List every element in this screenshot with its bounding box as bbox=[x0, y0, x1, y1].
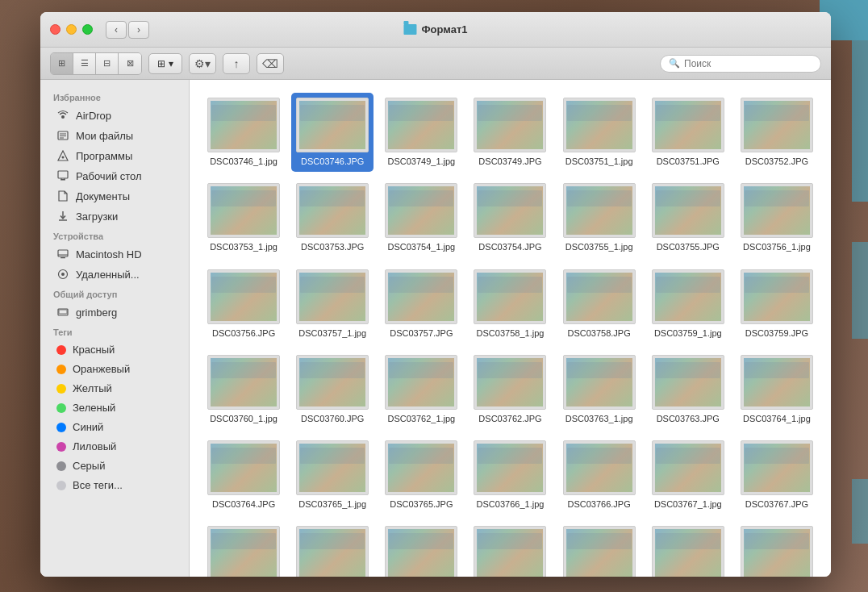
file-name: DSC03753_1.jpg bbox=[210, 241, 278, 252]
grid-view-button[interactable]: ⊞ bbox=[51, 53, 73, 74]
sidebar-item-tag-yellow[interactable]: Желтый bbox=[45, 379, 184, 398]
file-item[interactable]: DSC03769_1.jpg bbox=[380, 521, 462, 577]
column-view-button[interactable]: ⊟ bbox=[96, 53, 119, 74]
file-item[interactable]: DSC03760_1.jpg bbox=[202, 350, 285, 429]
sidebar-item-myfiles[interactable]: Мои файлы bbox=[45, 126, 184, 145]
file-item[interactable]: DSC03754_1.jpg bbox=[380, 178, 462, 257]
file-thumbnail bbox=[474, 98, 546, 152]
file-item[interactable]: DSC03756.JPG bbox=[202, 265, 285, 344]
file-item[interactable]: DSC03762.JPG bbox=[469, 350, 551, 429]
file-item[interactable]: DSC03751_1.jpg bbox=[558, 93, 641, 172]
action-button[interactable]: ⚙▾ bbox=[189, 53, 216, 74]
file-name: DSC03746.JPG bbox=[301, 156, 364, 167]
thumbnail-image bbox=[477, 186, 543, 235]
sort-dropdown[interactable]: ⊞ ▾ bbox=[148, 53, 182, 74]
file-item[interactable]: DSC03767_1.jpg bbox=[647, 436, 729, 515]
file-name: DSC03754_1.jpg bbox=[387, 241, 455, 252]
file-thumbnail bbox=[563, 269, 636, 324]
sidebar-item-tag-orange[interactable]: Оранжевый bbox=[45, 360, 184, 378]
file-item[interactable]: DSC03765_1.jpg bbox=[291, 436, 373, 515]
file-name: DSC03756_1.jpg bbox=[743, 241, 811, 252]
file-item[interactable]: DSC03764_1.jpg bbox=[736, 350, 818, 429]
sort-icon: ⊞ bbox=[157, 58, 165, 69]
file-item[interactable]: DSC03751.JPG bbox=[647, 93, 729, 172]
file-item[interactable]: DSC03746.JPG bbox=[291, 93, 373, 172]
sidebar-item-tag-all[interactable]: Все теги... bbox=[45, 476, 184, 494]
sidebar-item-remote[interactable]: Удаленный... bbox=[45, 265, 184, 284]
downloads-icon bbox=[56, 210, 69, 223]
file-item[interactable]: DSC03766.JPG bbox=[558, 436, 641, 515]
file-thumbnail bbox=[741, 526, 813, 577]
sidebar-item-macintosh[interactable]: Macintosh HD bbox=[45, 244, 184, 264]
sidebar-item-programs[interactable]: Программы bbox=[45, 146, 184, 165]
file-item[interactable]: DSC03754.JPG bbox=[469, 178, 551, 257]
file-item[interactable]: DSC03771.JPG bbox=[736, 521, 818, 577]
file-name: DSC03757_1.jpg bbox=[298, 327, 366, 339]
sidebar-item-tag-gray[interactable]: Серый bbox=[45, 457, 184, 475]
file-item[interactable]: DSC03756_1.jpg bbox=[736, 178, 818, 257]
share-button[interactable]: ↑ bbox=[223, 53, 250, 74]
close-button[interactable] bbox=[50, 24, 61, 35]
coverflow-view-button[interactable]: ⊠ bbox=[119, 53, 141, 74]
file-item[interactable]: DSC03749_1.jpg bbox=[380, 93, 462, 172]
file-item[interactable]: DSC03763_1.jpg bbox=[558, 350, 641, 429]
file-name: DSC03763.JPG bbox=[657, 413, 720, 424]
thumbnail-image bbox=[566, 358, 632, 406]
file-item[interactable]: DSC03749.JPG bbox=[469, 93, 551, 172]
file-item[interactable]: DSC03758_1.jpg bbox=[469, 265, 551, 344]
sidebar-item-grimberg[interactable]: grimberg bbox=[45, 302, 184, 322]
forward-button[interactable]: › bbox=[128, 21, 149, 39]
file-item[interactable]: DSC03759.JPG bbox=[736, 265, 818, 344]
file-item[interactable]: DSC03758.JPG bbox=[558, 265, 641, 344]
sidebar-item-tag-green[interactable]: Зеленый bbox=[45, 398, 184, 417]
file-item[interactable]: DSC03770_1.jpg bbox=[558, 521, 641, 577]
back-button[interactable]: ‹ bbox=[106, 21, 127, 39]
sidebar-item-airdrop[interactable]: AirDrop bbox=[45, 106, 184, 125]
file-item[interactable]: DSC03762_1.jpg bbox=[380, 350, 462, 429]
thumbnail-image bbox=[299, 358, 365, 406]
search-input[interactable] bbox=[684, 58, 812, 69]
maximize-button[interactable] bbox=[82, 24, 93, 35]
file-name: DSC03754.JPG bbox=[478, 241, 541, 252]
file-item[interactable]: DSC03757_1.jpg bbox=[291, 265, 373, 344]
file-item[interactable]: DSC03767.JPG bbox=[736, 436, 818, 515]
file-item[interactable]: DSC03760.JPG bbox=[291, 350, 373, 429]
file-item[interactable]: DSC03769.JPG bbox=[469, 521, 551, 577]
blue-tag-dot bbox=[56, 423, 66, 432]
file-item[interactable]: DSC03757.JPG bbox=[380, 265, 462, 344]
file-item[interactable]: DSC03755.JPG bbox=[647, 178, 729, 257]
file-item[interactable]: DSC03765.JPG bbox=[380, 436, 462, 515]
tags-label: Теги bbox=[40, 323, 189, 340]
file-item[interactable]: DSC03763.JPG bbox=[647, 350, 729, 429]
sidebar-item-tag-purple[interactable]: Лиловый bbox=[45, 437, 184, 456]
sidebar-item-tag-red[interactable]: Красный bbox=[45, 340, 184, 359]
sidebar-item-desktop[interactable]: Рабочий стол bbox=[45, 166, 184, 186]
file-item[interactable]: DSC03766_1.jpg bbox=[469, 436, 551, 515]
minimize-button[interactable] bbox=[66, 24, 77, 35]
file-item[interactable]: DSC03755_1.jpg bbox=[558, 178, 641, 257]
file-item[interactable]: DSC03768.JPG bbox=[291, 521, 373, 577]
file-item[interactable]: DSC03746_1.jpg bbox=[202, 93, 285, 172]
file-item[interactable]: DSC03753.JPG bbox=[291, 178, 373, 257]
sidebar-item-documents[interactable]: Документы bbox=[45, 186, 184, 206]
tag-button[interactable]: ⌫ bbox=[257, 53, 284, 74]
thumbnail-image bbox=[477, 529, 543, 577]
sidebar-item-downloads[interactable]: Загрузки bbox=[45, 206, 184, 226]
all-tags-label: Все теги... bbox=[73, 479, 123, 491]
file-item[interactable]: DSC03753_1.jpg bbox=[202, 178, 285, 257]
file-thumbnail bbox=[474, 440, 546, 495]
file-name: DSC03746_1.jpg bbox=[210, 156, 278, 167]
thumbnail-image bbox=[211, 444, 277, 492]
file-thumbnail bbox=[741, 355, 813, 410]
file-item[interactable]: DSC03770.JPG bbox=[647, 521, 729, 577]
list-view-button[interactable]: ☰ bbox=[73, 53, 96, 74]
file-item[interactable]: DSC03752.JPG bbox=[736, 93, 818, 172]
sidebar-item-tag-blue[interactable]: Синий bbox=[45, 418, 184, 436]
search-box[interactable]: 🔍 bbox=[660, 55, 821, 73]
file-item[interactable]: DSC03768_1.jpg bbox=[202, 521, 285, 577]
file-item[interactable]: DSC03759_1.jpg bbox=[647, 265, 729, 344]
thumbnail-image bbox=[655, 529, 721, 577]
file-thumbnail bbox=[563, 355, 636, 410]
programs-icon bbox=[56, 149, 69, 162]
file-item[interactable]: DSC03764.JPG bbox=[202, 436, 285, 515]
